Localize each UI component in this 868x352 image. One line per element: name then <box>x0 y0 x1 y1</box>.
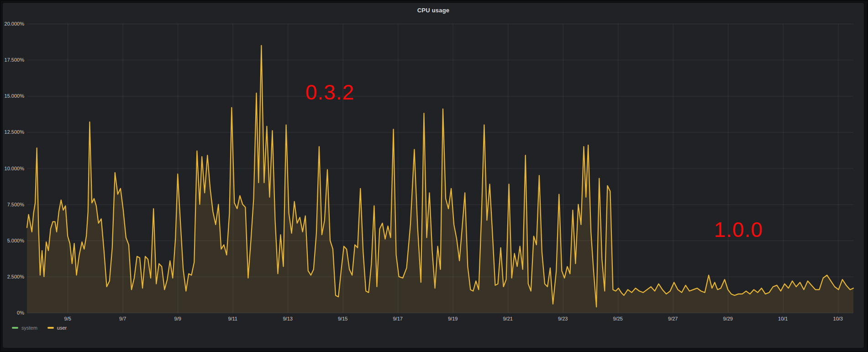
x-axis-tick-label: 9/13 <box>274 315 301 322</box>
legend-item-system[interactable]: system <box>12 325 37 331</box>
x-axis-tick-label: 9/5 <box>54 315 81 322</box>
y-axis-tick-label: 10.000% <box>0 165 24 172</box>
x-axis-tick-label: 9/19 <box>439 315 467 322</box>
x-axis-tick-label: 9/17 <box>384 315 411 322</box>
y-axis-tick-label: 2.500% <box>0 273 24 280</box>
chart-svg <box>0 0 868 352</box>
legend-item-label: system <box>21 325 37 331</box>
x-axis-tick-label: 9/11 <box>219 315 247 322</box>
x-axis-tick-label: 9/21 <box>494 315 521 322</box>
y-axis-tick-label: 7.500% <box>0 201 24 208</box>
y-axis-tick-label: 17.500% <box>0 57 24 63</box>
x-axis-tick-label: 9/9 <box>164 315 191 322</box>
x-axis-tick-label: 9/23 <box>549 315 577 322</box>
chart-legend: systemuser <box>12 325 67 331</box>
x-axis-tick-label: 9/15 <box>329 315 357 322</box>
screenshot-root: CPU usage 0%2.500%5.000%7.500%10.000%12.… <box>0 0 868 352</box>
x-axis-tick-label: 9/27 <box>659 315 687 322</box>
chart-plot-area[interactable]: 0%2.500%5.000%7.500%10.000%12.500%15.000… <box>0 0 868 352</box>
x-axis-tick-label: 10/1 <box>769 315 797 322</box>
user-series-line <box>27 46 853 307</box>
x-axis-tick-label: 9/25 <box>604 315 631 322</box>
series-color-swatch-icon <box>12 327 18 329</box>
y-axis-tick-label: 12.500% <box>0 129 24 135</box>
legend-item-user[interactable]: user <box>47 325 67 331</box>
x-axis-tick-label: 10/3 <box>824 315 852 322</box>
x-axis-tick-label: 9/7 <box>109 315 137 322</box>
legend-item-label: user <box>57 325 67 331</box>
y-axis-tick-label: 5.000% <box>0 237 24 244</box>
series-color-swatch-icon <box>47 327 54 329</box>
y-axis-tick-label: 20.000% <box>0 21 24 27</box>
x-axis-tick-label: 9/29 <box>714 315 742 322</box>
version-annotation: 1.0.0 <box>714 219 763 240</box>
y-axis-tick-label: 15.000% <box>0 93 24 99</box>
y-axis-tick-label: 0% <box>0 310 24 316</box>
version-annotation: 0.3.2 <box>305 82 354 103</box>
